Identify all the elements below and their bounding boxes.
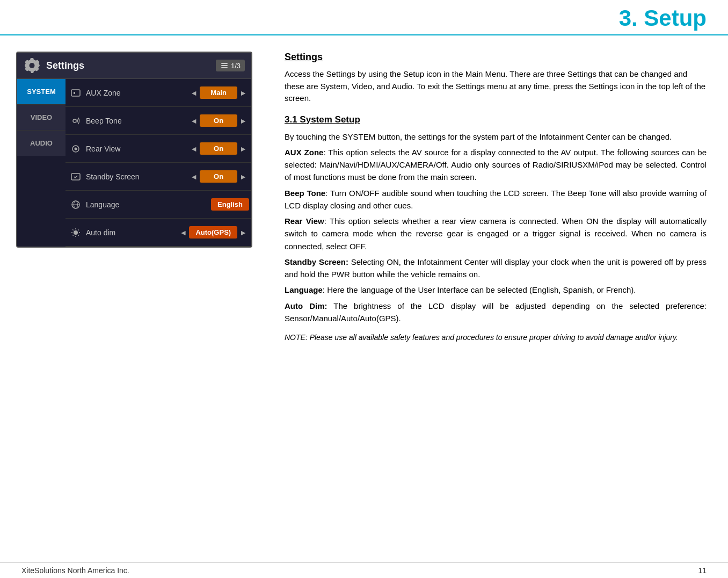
- setting-row-language: Language English: [65, 191, 251, 219]
- beep-tone-arrow-left[interactable]: ◄: [188, 117, 200, 125]
- auto-dim-value: Auto(GPS): [189, 226, 237, 239]
- screen-body: SYSTEM VIDEO AUDIO AUX Zone ◄ Main ►: [17, 79, 251, 247]
- standby-screen-arrow-right[interactable]: ►: [237, 172, 249, 181]
- section-intro: Access the Settings by using the Setup i…: [285, 68, 707, 105]
- aux-zone-value: Main: [200, 86, 237, 99]
- svg-rect-1: [221, 65, 228, 66]
- footer-company: XiteSolutions North America Inc.: [21, 566, 129, 575]
- svg-rect-2: [221, 67, 228, 68]
- setting-row-rear-view: Rear View ◄ On ►: [65, 135, 251, 163]
- term-language: Language: [285, 285, 323, 294]
- settings-rows: AUX Zone ◄ Main ► Beep Tone ◄ On ►: [65, 79, 251, 247]
- text-panel: Settings Access the Settings by using th…: [285, 52, 707, 344]
- auto-dim-arrow-right[interactable]: ►: [237, 228, 249, 237]
- svg-line-20: [72, 235, 73, 235]
- svg-point-5: [73, 119, 76, 122]
- setting-row-auto-dim: Auto dim ◄ Auto(GPS) ►: [65, 219, 251, 247]
- para-auto-dim: Auto Dim: The brightness of the LCD disp…: [285, 300, 707, 325]
- page-footer: XiteSolutions North America Inc. 11: [0, 562, 728, 578]
- footer-page-number: 11: [698, 566, 707, 575]
- beep-tone-icon: [68, 115, 84, 126]
- settings-screen: Settings 1/3 SYSTEM VIDEO AUDIO: [16, 52, 252, 248]
- para-standby-screen: Standby Screen: Selecting ON, the Infota…: [285, 256, 707, 281]
- subsection-title: 3.1 System Setup: [285, 114, 707, 125]
- page-header: 3. Setup: [0, 0, 728, 35]
- language-label: Language: [84, 200, 211, 209]
- subsection-intro: By touching the SYSTEM button, the setti…: [285, 131, 707, 143]
- rear-view-label: Rear View: [84, 144, 188, 153]
- auto-dim-label: Auto dim: [84, 228, 178, 237]
- svg-line-18: [78, 235, 78, 235]
- standby-screen-value: On: [200, 170, 237, 183]
- screen-pagination: 1/3: [216, 60, 245, 71]
- device-panel: Settings 1/3 SYSTEM VIDEO AUDIO: [16, 52, 263, 344]
- term-aux-zone: AUX Zone: [285, 148, 323, 157]
- list-icon: [220, 61, 229, 70]
- screen-header-left: Settings: [24, 57, 84, 74]
- aux-zone-label: AUX Zone: [84, 89, 188, 97]
- svg-rect-0: [221, 63, 228, 64]
- rear-view-value: On: [200, 142, 237, 155]
- rear-view-arrow-right[interactable]: ►: [237, 144, 249, 153]
- setting-row-beep-tone: Beep Tone ◄ On ►: [65, 107, 251, 135]
- standby-screen-arrow-left[interactable]: ◄: [188, 172, 200, 181]
- page-title: 3. Setup: [21, 5, 707, 31]
- svg-rect-4: [74, 92, 75, 94]
- main-content: Settings 1/3 SYSTEM VIDEO AUDIO: [0, 35, 728, 355]
- term-rear-view: Rear View: [285, 216, 324, 226]
- standby-screen-label: Standby Screen: [84, 172, 188, 181]
- auto-dim-arrow-left[interactable]: ◄: [178, 228, 190, 237]
- para-language: Language: Here the language of the User …: [285, 284, 707, 296]
- para-aux-zone: AUX Zone: This option selects the AV sou…: [285, 146, 707, 184]
- setting-row-aux-zone: AUX Zone ◄ Main ►: [65, 79, 251, 107]
- beep-tone-value: On: [200, 114, 237, 127]
- language-icon: [68, 199, 84, 210]
- auto-dim-icon: [68, 227, 84, 238]
- beep-tone-label: Beep Tone: [84, 117, 188, 125]
- rear-view-icon: [68, 143, 84, 154]
- gear-icon: [24, 57, 41, 74]
- svg-line-19: [78, 229, 78, 230]
- para-rear-view: Rear View: This option selects whether a…: [285, 215, 707, 252]
- para-beep-tone: Beep Tone: Turn ON/OFF audible sound whe…: [285, 187, 707, 212]
- sidebar-buttons: SYSTEM VIDEO AUDIO: [17, 79, 65, 247]
- section-title: Settings: [285, 52, 707, 63]
- language-value: English: [211, 198, 249, 211]
- sidebar-btn-system[interactable]: SYSTEM: [17, 79, 65, 104]
- sidebar-btn-video[interactable]: VIDEO: [17, 104, 65, 130]
- aux-zone-icon: [68, 88, 84, 98]
- svg-point-7: [75, 147, 77, 150]
- svg-rect-3: [71, 90, 80, 96]
- aux-zone-arrow-right[interactable]: ►: [237, 89, 249, 97]
- pagination-label: 1/3: [231, 62, 241, 70]
- svg-point-12: [74, 230, 78, 235]
- svg-line-17: [72, 229, 73, 230]
- term-auto-dim: Auto Dim:: [285, 301, 327, 310]
- term-standby-screen: Standby Screen:: [285, 257, 348, 266]
- term-beep-tone: Beep Tone: [285, 189, 325, 198]
- screen-title: Settings: [46, 60, 84, 71]
- note-text: NOTE: Please use all available safety fe…: [285, 332, 707, 344]
- screen-header: Settings 1/3: [17, 53, 251, 79]
- aux-zone-arrow-left[interactable]: ◄: [188, 89, 200, 97]
- standby-screen-icon: [68, 171, 84, 182]
- beep-tone-arrow-right[interactable]: ►: [237, 117, 249, 125]
- setting-row-standby-screen: Standby Screen ◄ On ►: [65, 163, 251, 191]
- rear-view-arrow-left[interactable]: ◄: [188, 144, 200, 153]
- sidebar-btn-audio[interactable]: AUDIO: [17, 130, 65, 156]
